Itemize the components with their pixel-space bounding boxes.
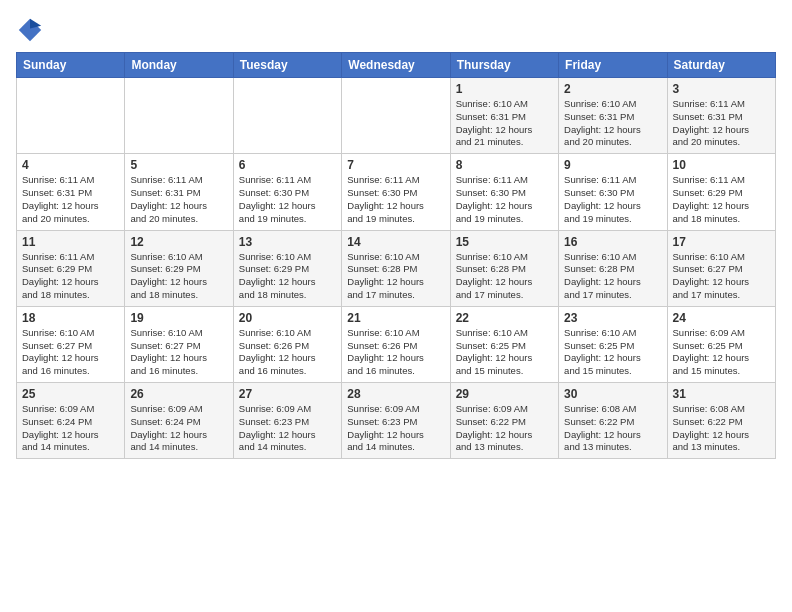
day-number: 12 bbox=[130, 235, 227, 249]
day-number: 1 bbox=[456, 82, 553, 96]
day-info: Sunrise: 6:10 AM Sunset: 6:28 PM Dayligh… bbox=[564, 251, 661, 302]
day-number: 30 bbox=[564, 387, 661, 401]
day-number: 3 bbox=[673, 82, 770, 96]
calendar-week-row: 4Sunrise: 6:11 AM Sunset: 6:31 PM Daylig… bbox=[17, 154, 776, 230]
day-info: Sunrise: 6:09 AM Sunset: 6:22 PM Dayligh… bbox=[456, 403, 553, 454]
day-info: Sunrise: 6:11 AM Sunset: 6:31 PM Dayligh… bbox=[673, 98, 770, 149]
calendar-day-cell: 16Sunrise: 6:10 AM Sunset: 6:28 PM Dayli… bbox=[559, 230, 667, 306]
day-info: Sunrise: 6:10 AM Sunset: 6:29 PM Dayligh… bbox=[239, 251, 336, 302]
calendar-day-cell bbox=[17, 78, 125, 154]
day-info: Sunrise: 6:09 AM Sunset: 6:23 PM Dayligh… bbox=[239, 403, 336, 454]
day-number: 23 bbox=[564, 311, 661, 325]
logo bbox=[16, 16, 48, 44]
day-info: Sunrise: 6:08 AM Sunset: 6:22 PM Dayligh… bbox=[564, 403, 661, 454]
day-number: 14 bbox=[347, 235, 444, 249]
day-of-week-header: Sunday bbox=[17, 53, 125, 78]
calendar-day-cell: 6Sunrise: 6:11 AM Sunset: 6:30 PM Daylig… bbox=[233, 154, 341, 230]
calendar-day-cell: 18Sunrise: 6:10 AM Sunset: 6:27 PM Dayli… bbox=[17, 306, 125, 382]
svg-marker-1 bbox=[30, 19, 41, 29]
day-of-week-header: Wednesday bbox=[342, 53, 450, 78]
day-number: 25 bbox=[22, 387, 119, 401]
page-header bbox=[16, 16, 776, 44]
logo-icon bbox=[16, 16, 44, 44]
calendar-week-row: 1Sunrise: 6:10 AM Sunset: 6:31 PM Daylig… bbox=[17, 78, 776, 154]
calendar-day-cell: 25Sunrise: 6:09 AM Sunset: 6:24 PM Dayli… bbox=[17, 383, 125, 459]
day-number: 7 bbox=[347, 158, 444, 172]
day-number: 18 bbox=[22, 311, 119, 325]
calendar-day-cell: 30Sunrise: 6:08 AM Sunset: 6:22 PM Dayli… bbox=[559, 383, 667, 459]
day-number: 16 bbox=[564, 235, 661, 249]
calendar-week-row: 11Sunrise: 6:11 AM Sunset: 6:29 PM Dayli… bbox=[17, 230, 776, 306]
day-info: Sunrise: 6:11 AM Sunset: 6:31 PM Dayligh… bbox=[130, 174, 227, 225]
day-info: Sunrise: 6:10 AM Sunset: 6:26 PM Dayligh… bbox=[347, 327, 444, 378]
calendar-day-cell: 10Sunrise: 6:11 AM Sunset: 6:29 PM Dayli… bbox=[667, 154, 775, 230]
calendar-day-cell: 9Sunrise: 6:11 AM Sunset: 6:30 PM Daylig… bbox=[559, 154, 667, 230]
calendar-day-cell: 5Sunrise: 6:11 AM Sunset: 6:31 PM Daylig… bbox=[125, 154, 233, 230]
calendar-day-cell: 3Sunrise: 6:11 AM Sunset: 6:31 PM Daylig… bbox=[667, 78, 775, 154]
calendar-day-cell: 1Sunrise: 6:10 AM Sunset: 6:31 PM Daylig… bbox=[450, 78, 558, 154]
day-number: 9 bbox=[564, 158, 661, 172]
day-info: Sunrise: 6:09 AM Sunset: 6:24 PM Dayligh… bbox=[130, 403, 227, 454]
day-info: Sunrise: 6:11 AM Sunset: 6:30 PM Dayligh… bbox=[456, 174, 553, 225]
calendar-day-cell bbox=[125, 78, 233, 154]
day-number: 22 bbox=[456, 311, 553, 325]
calendar-day-cell bbox=[342, 78, 450, 154]
day-number: 11 bbox=[22, 235, 119, 249]
calendar-day-cell: 7Sunrise: 6:11 AM Sunset: 6:30 PM Daylig… bbox=[342, 154, 450, 230]
day-info: Sunrise: 6:10 AM Sunset: 6:29 PM Dayligh… bbox=[130, 251, 227, 302]
day-number: 4 bbox=[22, 158, 119, 172]
day-info: Sunrise: 6:11 AM Sunset: 6:31 PM Dayligh… bbox=[22, 174, 119, 225]
calendar-day-cell: 20Sunrise: 6:10 AM Sunset: 6:26 PM Dayli… bbox=[233, 306, 341, 382]
day-of-week-header: Saturday bbox=[667, 53, 775, 78]
day-number: 27 bbox=[239, 387, 336, 401]
calendar-day-cell: 15Sunrise: 6:10 AM Sunset: 6:28 PM Dayli… bbox=[450, 230, 558, 306]
day-number: 10 bbox=[673, 158, 770, 172]
calendar-day-cell: 17Sunrise: 6:10 AM Sunset: 6:27 PM Dayli… bbox=[667, 230, 775, 306]
calendar-day-cell: 27Sunrise: 6:09 AM Sunset: 6:23 PM Dayli… bbox=[233, 383, 341, 459]
calendar-header-row: SundayMondayTuesdayWednesdayThursdayFrid… bbox=[17, 53, 776, 78]
calendar-day-cell bbox=[233, 78, 341, 154]
day-info: Sunrise: 6:10 AM Sunset: 6:28 PM Dayligh… bbox=[347, 251, 444, 302]
day-info: Sunrise: 6:10 AM Sunset: 6:26 PM Dayligh… bbox=[239, 327, 336, 378]
day-info: Sunrise: 6:11 AM Sunset: 6:29 PM Dayligh… bbox=[673, 174, 770, 225]
calendar-day-cell: 12Sunrise: 6:10 AM Sunset: 6:29 PM Dayli… bbox=[125, 230, 233, 306]
calendar-day-cell: 14Sunrise: 6:10 AM Sunset: 6:28 PM Dayli… bbox=[342, 230, 450, 306]
calendar-day-cell: 19Sunrise: 6:10 AM Sunset: 6:27 PM Dayli… bbox=[125, 306, 233, 382]
calendar-day-cell: 13Sunrise: 6:10 AM Sunset: 6:29 PM Dayli… bbox=[233, 230, 341, 306]
day-number: 19 bbox=[130, 311, 227, 325]
calendar-day-cell: 31Sunrise: 6:08 AM Sunset: 6:22 PM Dayli… bbox=[667, 383, 775, 459]
calendar-day-cell: 8Sunrise: 6:11 AM Sunset: 6:30 PM Daylig… bbox=[450, 154, 558, 230]
day-number: 20 bbox=[239, 311, 336, 325]
calendar-week-row: 25Sunrise: 6:09 AM Sunset: 6:24 PM Dayli… bbox=[17, 383, 776, 459]
calendar-week-row: 18Sunrise: 6:10 AM Sunset: 6:27 PM Dayli… bbox=[17, 306, 776, 382]
calendar-day-cell: 22Sunrise: 6:10 AM Sunset: 6:25 PM Dayli… bbox=[450, 306, 558, 382]
calendar-day-cell: 21Sunrise: 6:10 AM Sunset: 6:26 PM Dayli… bbox=[342, 306, 450, 382]
day-info: Sunrise: 6:11 AM Sunset: 6:30 PM Dayligh… bbox=[347, 174, 444, 225]
day-info: Sunrise: 6:10 AM Sunset: 6:31 PM Dayligh… bbox=[564, 98, 661, 149]
day-number: 24 bbox=[673, 311, 770, 325]
calendar-day-cell: 23Sunrise: 6:10 AM Sunset: 6:25 PM Dayli… bbox=[559, 306, 667, 382]
day-of-week-header: Friday bbox=[559, 53, 667, 78]
day-number: 29 bbox=[456, 387, 553, 401]
day-number: 13 bbox=[239, 235, 336, 249]
day-of-week-header: Thursday bbox=[450, 53, 558, 78]
calendar-day-cell: 29Sunrise: 6:09 AM Sunset: 6:22 PM Dayli… bbox=[450, 383, 558, 459]
day-info: Sunrise: 6:10 AM Sunset: 6:28 PM Dayligh… bbox=[456, 251, 553, 302]
calendar-day-cell: 26Sunrise: 6:09 AM Sunset: 6:24 PM Dayli… bbox=[125, 383, 233, 459]
calendar-day-cell: 24Sunrise: 6:09 AM Sunset: 6:25 PM Dayli… bbox=[667, 306, 775, 382]
day-number: 17 bbox=[673, 235, 770, 249]
day-info: Sunrise: 6:10 AM Sunset: 6:27 PM Dayligh… bbox=[673, 251, 770, 302]
day-number: 8 bbox=[456, 158, 553, 172]
calendar-day-cell: 28Sunrise: 6:09 AM Sunset: 6:23 PM Dayli… bbox=[342, 383, 450, 459]
day-info: Sunrise: 6:11 AM Sunset: 6:30 PM Dayligh… bbox=[564, 174, 661, 225]
calendar-day-cell: 4Sunrise: 6:11 AM Sunset: 6:31 PM Daylig… bbox=[17, 154, 125, 230]
day-number: 21 bbox=[347, 311, 444, 325]
day-of-week-header: Monday bbox=[125, 53, 233, 78]
day-info: Sunrise: 6:09 AM Sunset: 6:23 PM Dayligh… bbox=[347, 403, 444, 454]
day-info: Sunrise: 6:11 AM Sunset: 6:30 PM Dayligh… bbox=[239, 174, 336, 225]
day-number: 6 bbox=[239, 158, 336, 172]
calendar-day-cell: 11Sunrise: 6:11 AM Sunset: 6:29 PM Dayli… bbox=[17, 230, 125, 306]
calendar-day-cell: 2Sunrise: 6:10 AM Sunset: 6:31 PM Daylig… bbox=[559, 78, 667, 154]
day-number: 31 bbox=[673, 387, 770, 401]
day-info: Sunrise: 6:11 AM Sunset: 6:29 PM Dayligh… bbox=[22, 251, 119, 302]
